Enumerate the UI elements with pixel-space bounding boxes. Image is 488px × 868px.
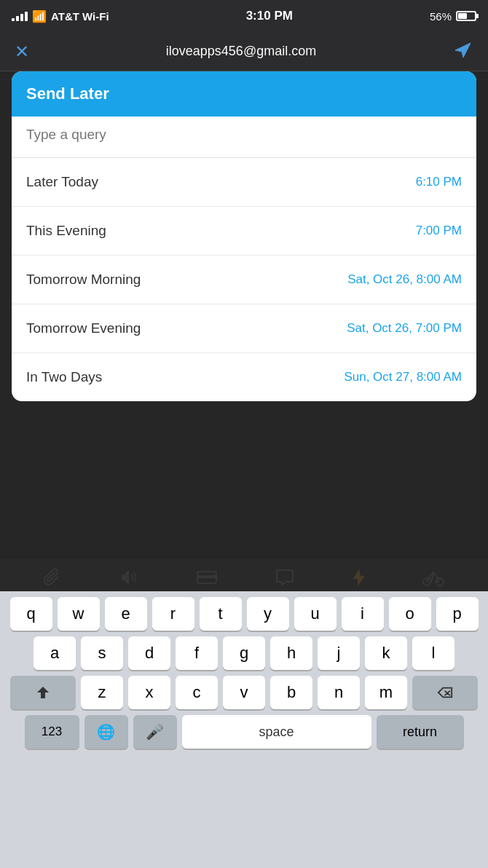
schedule-label: Later Today bbox=[26, 174, 98, 190]
query-input-container[interactable] bbox=[12, 117, 476, 158]
mic-key[interactable]: 🎤 bbox=[133, 715, 177, 749]
signal-bar-3 bbox=[20, 14, 23, 21]
schedule-time: Sat, Oct 26, 8:00 AM bbox=[347, 272, 462, 287]
schedule-time: 6:10 PM bbox=[416, 175, 462, 189]
signal-bars bbox=[12, 11, 28, 21]
key-i[interactable]: i bbox=[342, 597, 384, 631]
shift-key[interactable] bbox=[10, 676, 76, 709]
key-y[interactable]: y bbox=[247, 597, 289, 631]
status-right: 56% bbox=[430, 10, 476, 23]
key-d[interactable]: d bbox=[128, 636, 170, 670]
key-g[interactable]: g bbox=[223, 636, 265, 670]
close-button[interactable]: ✕ bbox=[15, 42, 29, 62]
signal-bar-2 bbox=[16, 16, 19, 21]
key-v[interactable]: v bbox=[223, 676, 265, 709]
schedule-time: 7:00 PM bbox=[416, 224, 462, 238]
keyboard-bottom-row: 123 🌐 🎤 space return bbox=[0, 709, 488, 751]
schedule-item[interactable]: In Two Days Sun, Oct 27, 8:00 AM bbox=[12, 353, 476, 401]
schedule-time: Sun, Oct 27, 8:00 AM bbox=[344, 370, 462, 384]
battery-fill bbox=[458, 13, 467, 19]
key-a[interactable]: a bbox=[34, 636, 76, 670]
return-key[interactable]: return bbox=[377, 715, 464, 749]
key-f[interactable]: f bbox=[176, 636, 218, 670]
key-p[interactable]: p bbox=[436, 597, 479, 631]
key-q[interactable]: q bbox=[10, 597, 52, 631]
keyboard-row-3: z x c v b n m bbox=[0, 670, 488, 709]
key-j[interactable]: j bbox=[318, 636, 360, 670]
status-time: 3:10 PM bbox=[246, 9, 293, 23]
key-r[interactable]: r bbox=[152, 597, 194, 631]
key-t[interactable]: t bbox=[200, 597, 242, 631]
key-x[interactable]: x bbox=[128, 676, 170, 709]
schedule-item[interactable]: This Evening 7:00 PM bbox=[12, 207, 476, 256]
signal-bar-1 bbox=[12, 18, 15, 21]
key-s[interactable]: s bbox=[81, 636, 123, 670]
signal-bar-4 bbox=[25, 12, 28, 21]
carrier-label: AT&T Wi-Fi bbox=[51, 10, 109, 23]
keyboard: q w e r t y u i o p a s d f g h j k l z … bbox=[0, 591, 488, 868]
key-m[interactable]: m bbox=[365, 676, 407, 709]
key-k[interactable]: k bbox=[365, 636, 407, 670]
schedule-label: Tomorrow Evening bbox=[26, 320, 141, 336]
send-button[interactable] bbox=[453, 40, 473, 63]
dialog-title: Send Later bbox=[26, 84, 109, 103]
status-bar: 📶 AT&T Wi-Fi 3:10 PM 56% bbox=[0, 0, 488, 32]
numbers-key[interactable]: 123 bbox=[25, 715, 79, 749]
keyboard-row-1: q w e r t y u i o p bbox=[0, 591, 488, 631]
schedule-item[interactable]: Tomorrow Morning Sat, Oct 26, 8:00 AM bbox=[12, 256, 476, 304]
dialog-header: Send Later bbox=[12, 71, 476, 117]
backspace-key[interactable] bbox=[412, 676, 478, 709]
email-address: iloveapps456@gmail.com bbox=[166, 44, 316, 59]
schedule-item[interactable]: Tomorrow Evening Sat, Oct 26, 7:00 PM bbox=[12, 304, 476, 353]
send-later-dialog: Send Later Later Today 6:10 PM This Even… bbox=[12, 71, 476, 401]
key-u[interactable]: u bbox=[294, 597, 337, 631]
key-l[interactable]: l bbox=[412, 636, 454, 670]
key-b[interactable]: b bbox=[270, 676, 312, 709]
key-e[interactable]: e bbox=[105, 597, 147, 631]
key-o[interactable]: o bbox=[389, 597, 431, 631]
battery-percent: 56% bbox=[430, 10, 452, 23]
schedule-time: Sat, Oct 26, 7:00 PM bbox=[347, 321, 462, 336]
battery-icon bbox=[456, 11, 476, 21]
query-input[interactable] bbox=[26, 127, 462, 143]
schedule-label: Tomorrow Morning bbox=[26, 272, 141, 288]
email-header: ✕ iloveapps456@gmail.com bbox=[0, 32, 488, 71]
key-w[interactable]: w bbox=[58, 597, 100, 631]
status-left: 📶 AT&T Wi-Fi bbox=[12, 9, 109, 23]
schedule-label: This Evening bbox=[26, 223, 106, 239]
keyboard-row-2: a s d f g h j k l bbox=[0, 631, 488, 670]
schedule-label: In Two Days bbox=[26, 369, 102, 385]
schedule-list: Later Today 6:10 PM This Evening 7:00 PM… bbox=[12, 158, 476, 401]
schedule-item[interactable]: Later Today 6:10 PM bbox=[12, 158, 476, 207]
globe-key[interactable]: 🌐 bbox=[84, 715, 128, 749]
space-key[interactable]: space bbox=[182, 715, 371, 749]
key-n[interactable]: n bbox=[318, 676, 360, 709]
key-c[interactable]: c bbox=[176, 676, 218, 709]
key-z[interactable]: z bbox=[81, 676, 123, 709]
key-h[interactable]: h bbox=[270, 636, 312, 670]
wifi-icon: 📶 bbox=[32, 9, 47, 23]
